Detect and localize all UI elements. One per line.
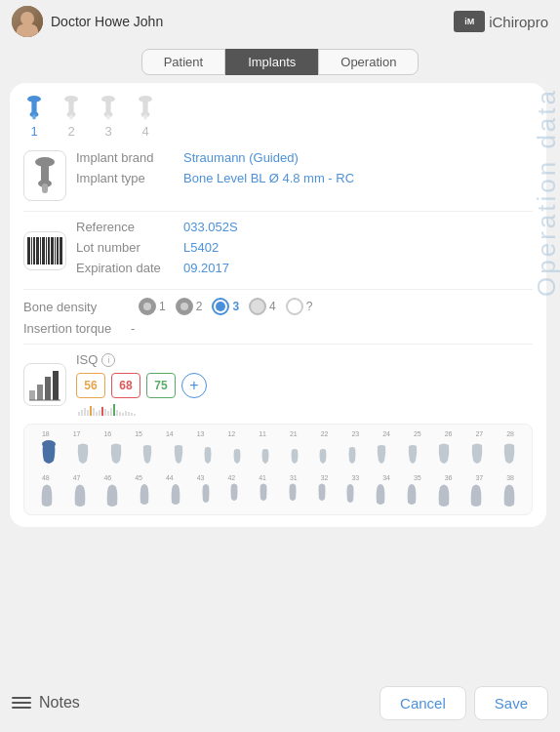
isq-value-2: 68 [111,373,140,398]
barcode-icon [23,231,66,270]
implant-tab-num-3: 3 [104,124,111,139]
implant-tab-3[interactable]: 3 [98,95,119,139]
implant-tab-num-1: 1 [30,124,37,139]
expiry-label: Expiration date [76,261,183,275]
tooth-33[interactable] [345,481,355,505]
tooth-36[interactable] [437,481,451,508]
tooth-44[interactable] [170,481,181,507]
tab-patient[interactable]: Patient [141,49,225,75]
svg-rect-23 [53,371,59,400]
bone-density-label: Bone density [23,300,131,314]
tooth-34[interactable] [375,481,386,507]
tooth-24[interactable] [376,443,387,468]
svg-rect-20 [29,390,35,400]
implant-icon-3 [98,95,119,122]
reference-value: 033.052S [183,220,238,234]
implant-tab-2[interactable]: 2 [60,95,82,139]
tooth-12[interactable] [232,447,242,468]
isq-value-3: 75 [146,373,176,398]
density-radio-1 [139,298,156,315]
tooth-14[interactable] [173,443,184,468]
svg-rect-7 [69,114,73,119]
isq-info-icon[interactable]: i [101,353,115,367]
implant-tab-4[interactable]: 4 [135,95,156,139]
cancel-button[interactable]: Cancel [380,686,466,720]
tooth-18[interactable] [40,439,58,468]
tooth-43[interactable] [201,481,211,505]
isq-add-button[interactable]: + [181,373,207,398]
tooth-37[interactable] [469,481,483,508]
density-label-4: 4 [269,300,276,313]
header-left: Doctor Howe John [12,6,163,37]
isq-chart-icon [23,363,66,406]
tooth-25[interactable] [407,443,419,468]
bottom-teeth-row[interactable] [28,481,528,508]
tooth-38[interactable] [502,481,516,508]
tooth-26[interactable] [437,441,451,468]
tooth-22[interactable] [318,447,328,468]
implant-icon-4 [135,95,156,122]
brand-value: Straumann (Guided) [183,150,299,165]
isq-label: ISQ [76,352,98,367]
tooth-47[interactable] [73,481,87,508]
tooth-48[interactable] [40,481,54,508]
implant-info-rows: Implant brand Straumann (Guided) Implant… [76,150,533,191]
implant-brand-icon [23,150,66,201]
tooth-46[interactable] [105,481,119,508]
brand-row: Implant brand Straumann (Guided) [76,150,533,165]
implant-icon-2 [60,95,82,122]
reference-label: Reference [76,220,183,234]
tooth-16[interactable] [109,441,123,468]
bone-density-row: Bone density 1 2 3 [23,298,533,315]
tooth-42[interactable] [229,481,239,503]
tooth-45[interactable] [139,481,150,507]
implant-tab-1[interactable]: 1 [23,95,45,139]
tooth-11[interactable] [260,447,270,468]
type-row: Implant type Bone Level BL Ø 4.8 mm - RC [76,171,533,185]
tooth-32[interactable] [317,481,327,503]
isq-values: 56 68 75 + [76,373,533,398]
bottom-teeth-numbers: 4847464544434241 3132333435363738 [28,472,528,481]
brand-label: Implant brand [76,150,183,165]
density-opt-5[interactable]: ? [286,298,313,315]
tooth-23[interactable] [347,445,357,468]
tooth-31[interactable] [288,481,298,503]
svg-rect-3 [32,114,36,119]
tooth-17[interactable] [76,441,90,468]
tooth-28[interactable] [502,441,516,468]
notes-icon [12,697,31,709]
isq-section: ISQ i 56 68 75 + [23,352,533,416]
lot-label: Lot number [76,240,183,255]
density-opt-3[interactable]: 3 [212,298,239,315]
implant-info-section: Implant brand Straumann (Guided) Implant… [23,150,533,201]
notes-button[interactable]: Notes [12,694,80,712]
implant-tab-num-4: 4 [141,124,148,139]
density-opt-1[interactable]: 1 [139,298,166,315]
tooth-15[interactable] [141,443,153,468]
tooth-27[interactable] [470,441,484,468]
isq-value-1: 56 [76,373,105,398]
top-teeth-row[interactable] [28,439,528,468]
card: 1 2 [10,83,546,527]
tooth-13[interactable] [203,445,213,468]
density-label-1: 1 [159,300,166,313]
barcode-section: Reference 033.052S Lot number L5402 Expi… [23,220,533,281]
doctor-name: Doctor Howe John [51,14,163,29]
tab-operation[interactable]: Operation [318,49,419,75]
svg-rect-22 [45,377,51,400]
density-opt-4[interactable]: 4 [249,298,276,315]
implant-tabs: 1 2 [23,95,533,139]
header-right: iM iChiropro [454,11,548,32]
density-label-5: ? [306,300,313,313]
tooth-41[interactable] [259,481,268,503]
notes-label: Notes [39,694,80,712]
type-value: Bone Level BL Ø 4.8 mm - RC [183,171,354,185]
tooth-21[interactable] [290,447,300,468]
density-opt-2[interactable]: 2 [176,298,203,315]
svg-rect-19 [42,183,48,193]
lot-value: L5402 [183,240,219,255]
save-button[interactable]: Save [474,686,548,720]
tooth-35[interactable] [406,481,418,507]
tab-implants[interactable]: Implants [225,49,318,75]
density-radio-2 [176,298,193,315]
